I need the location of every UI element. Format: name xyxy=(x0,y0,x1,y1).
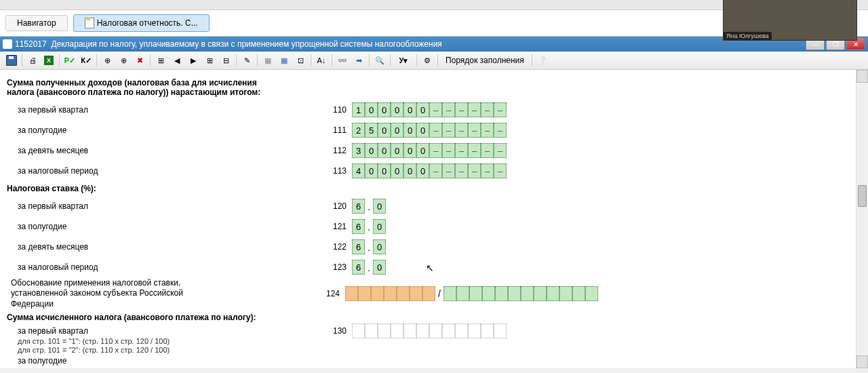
section-back-button[interactable]: ◀ xyxy=(170,53,184,68)
digit-cell[interactable]: 6 xyxy=(352,260,365,275)
vertical-scrollbar[interactable] xyxy=(856,70,868,368)
goto-button[interactable]: ➡ xyxy=(351,53,366,68)
digit-cell[interactable]: – xyxy=(429,123,442,138)
digit-cell[interactable]: – xyxy=(481,123,494,138)
digit-cell[interactable] xyxy=(442,323,455,338)
digit-cell[interactable] xyxy=(403,323,416,338)
digit-cell[interactable]: – xyxy=(481,143,494,158)
digit-cell[interactable]: 0 xyxy=(373,260,386,275)
tree-add-button[interactable]: ⊕ xyxy=(100,53,115,68)
digit-cell[interactable]: – xyxy=(455,143,468,158)
digit-cell[interactable] xyxy=(456,286,469,301)
digit-cell[interactable]: 0 xyxy=(391,102,403,117)
settings-button[interactable]: ⚙ xyxy=(420,53,435,68)
section-add-button[interactable]: ⊞ xyxy=(153,53,168,68)
digit-cell[interactable] xyxy=(494,323,507,338)
rate-field[interactable]: 6.0 xyxy=(352,219,386,234)
digit-cell[interactable]: 0 xyxy=(365,143,378,158)
save-button[interactable] xyxy=(4,53,19,68)
digit-cell[interactable] xyxy=(468,323,481,338)
digit-cell[interactable]: 6 xyxy=(352,199,365,214)
digit-cell[interactable]: 1 xyxy=(352,102,365,117)
digit-cell[interactable]: – xyxy=(468,163,481,178)
income-field[interactable]: 300000–––––– xyxy=(352,143,507,158)
digit-cell[interactable]: 0 xyxy=(391,143,403,158)
delete-section-button[interactable]: ⊟ xyxy=(218,53,233,68)
income-field[interactable]: 400000–––––– xyxy=(352,163,507,178)
digit-cell[interactable] xyxy=(443,286,456,301)
digit-cell[interactable]: – xyxy=(481,163,494,178)
digit-cell[interactable]: 4 xyxy=(352,163,365,178)
scroll-down-arrow[interactable] xyxy=(856,355,868,368)
digit-cell[interactable] xyxy=(559,286,572,301)
digit-cell[interactable] xyxy=(397,286,410,301)
digit-cell[interactable]: – xyxy=(455,102,468,117)
digit-cell[interactable] xyxy=(572,286,585,301)
digit-cell[interactable] xyxy=(378,323,391,338)
digit-cell[interactable] xyxy=(410,286,422,301)
digit-cell[interactable] xyxy=(384,286,397,301)
income-field[interactable]: 250000–––––– xyxy=(352,123,507,138)
find-button[interactable]: 👓 xyxy=(335,53,350,68)
digit-cell[interactable]: 2 xyxy=(352,123,365,138)
digit-cell[interactable]: 0 xyxy=(391,163,403,178)
income-field[interactable]: 100000–––––– xyxy=(352,102,507,117)
digit-cell[interactable]: – xyxy=(494,163,507,178)
digit-cell[interactable] xyxy=(508,286,521,301)
rate-field[interactable]: 6.0 xyxy=(352,260,386,275)
print-button[interactable]: 🖨 xyxy=(25,53,40,68)
digit-cell[interactable] xyxy=(585,286,598,301)
digit-cell[interactable]: 0 xyxy=(378,123,391,138)
digit-cell[interactable] xyxy=(358,286,371,301)
digit-cell[interactable] xyxy=(455,323,468,338)
scroll-up-arrow[interactable] xyxy=(856,70,868,83)
check-k-button[interactable]: К✓ xyxy=(79,53,94,68)
digit-cell[interactable]: – xyxy=(442,163,455,178)
digit-cell[interactable] xyxy=(429,323,442,338)
hierarchy-button[interactable]: ⊞ xyxy=(202,53,217,68)
digit-cell[interactable] xyxy=(482,286,495,301)
scroll-thumb[interactable] xyxy=(858,185,867,207)
digit-cell[interactable]: – xyxy=(429,163,442,178)
digit-cell[interactable] xyxy=(469,286,482,301)
rate-field[interactable]: 6.0 xyxy=(352,199,386,214)
tree-delete-button[interactable]: ✖ xyxy=(132,53,147,68)
check-r-button[interactable]: Р✓ xyxy=(62,53,77,68)
rate-basis-field-b[interactable] xyxy=(443,286,598,301)
navigator-tab[interactable]: Навигатор xyxy=(5,15,68,31)
edit-button[interactable]: ✎ xyxy=(239,53,254,68)
digit-cell[interactable] xyxy=(345,286,358,301)
digit-cell[interactable]: 0 xyxy=(391,123,403,138)
digit-cell[interactable]: – xyxy=(455,163,468,178)
digit-cell[interactable]: 6 xyxy=(352,239,365,254)
digit-cell[interactable]: 0 xyxy=(416,123,429,138)
digit-cell[interactable]: 0 xyxy=(378,163,391,178)
digit-cell[interactable] xyxy=(534,286,547,301)
digit-cell[interactable]: 0 xyxy=(373,239,386,254)
digit-cell[interactable]: – xyxy=(442,143,455,158)
sort-button[interactable]: A↓ xyxy=(314,53,329,68)
help-button[interactable]: ❔ xyxy=(535,53,550,68)
digit-cell[interactable] xyxy=(495,286,508,301)
active-document-tab[interactable]: Налоговая отчетность. С... xyxy=(73,14,210,32)
u-dropdown[interactable]: У ▾ xyxy=(393,53,414,68)
digit-cell[interactable]: – xyxy=(442,123,455,138)
digit-cell[interactable]: – xyxy=(468,102,481,117)
digit-cell[interactable]: 0 xyxy=(416,102,429,117)
digit-cell[interactable]: 0 xyxy=(378,143,391,158)
excel-export-button[interactable]: X xyxy=(41,53,56,68)
digit-cell[interactable] xyxy=(547,286,559,301)
toggle-button[interactable]: ⊡ xyxy=(293,53,308,68)
rate-field[interactable]: 6.0 xyxy=(352,239,386,254)
digit-cell[interactable]: 0 xyxy=(373,219,386,234)
digit-cell[interactable] xyxy=(371,286,384,301)
digit-cell[interactable]: – xyxy=(442,102,455,117)
digit-cell[interactable]: – xyxy=(429,143,442,158)
digit-cell[interactable]: 0 xyxy=(403,143,416,158)
fill-gray-button[interactable]: ▦ xyxy=(260,53,275,68)
digit-cell[interactable]: 0 xyxy=(365,102,378,117)
digit-cell[interactable]: 0 xyxy=(416,143,429,158)
digit-cell[interactable]: – xyxy=(494,102,507,117)
digit-cell[interactable] xyxy=(521,286,534,301)
digit-cell[interactable] xyxy=(416,323,429,338)
